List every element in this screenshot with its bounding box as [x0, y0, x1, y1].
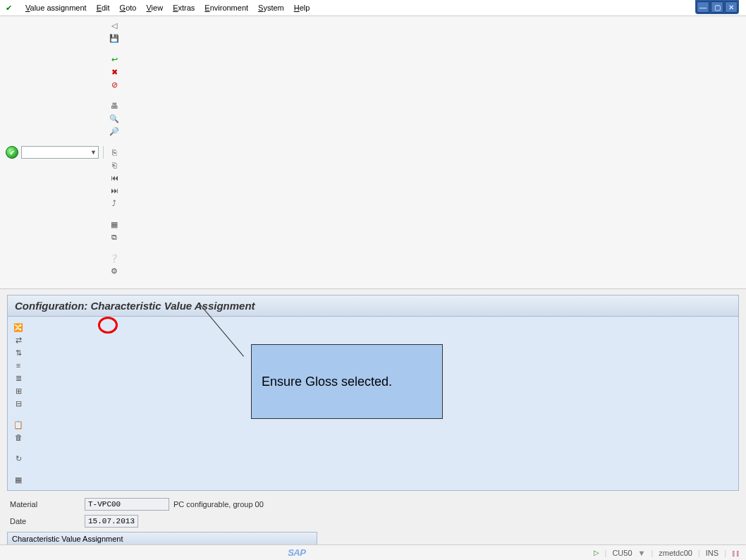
toolbar-btn-2-1[interactable]: 🔍 — [108, 112, 121, 125]
app-toolbar-btn-0-5[interactable]: ⊞ — [12, 384, 25, 397]
toolbar-btn-5-1[interactable]: ⚙ — [108, 264, 121, 277]
material-label: Material — [10, 500, 80, 509]
menu-help[interactable]: Help — [294, 4, 310, 12]
app-toolbar-btn-0-6[interactable]: ⊟ — [12, 397, 25, 410]
callout-text: Ensure Gloss selected. — [262, 375, 392, 389]
enter-button[interactable]: ✔ — [6, 146, 18, 159]
transaction-combo[interactable]: ▼ — [21, 146, 99, 159]
toolbar-btn-2-2[interactable]: 🔎 — [108, 125, 121, 138]
status-mode: INS — [706, 549, 719, 557]
toolbar-btn-3-1[interactable]: ⎗ — [108, 159, 121, 171]
toolbar-btn-3-4[interactable]: ⤴ — [108, 197, 121, 209]
app-icon: ✔ — [6, 3, 16, 13]
material-description: PC configurable, group 00 — [173, 500, 736, 509]
app-toolbar-btn-0-3[interactable]: ≡ — [12, 359, 25, 372]
menu-environment[interactable]: Environment — [204, 4, 248, 12]
app-toolbar-btn-0-0[interactable]: 🔀 — [12, 321, 25, 334]
menu-system[interactable]: System — [258, 4, 284, 12]
status-bar: SAP ▷ | CU50 ▼ | zmetdc00 | INS | ⫿⫿ — [0, 544, 746, 560]
window-controls: — ▢ ✕ — [695, 0, 739, 14]
menu-view[interactable]: View — [146, 4, 163, 12]
menu-edit[interactable]: Edit — [97, 4, 110, 12]
header-fields: Material T-VPC00 PC configurable, group … — [7, 491, 739, 532]
menu-bar: ✔ Value assignmentEditGotoViewExtrasEnvi… — [0, 0, 746, 16]
page-title: Configuration: Characteristic Value Assi… — [7, 295, 739, 317]
status-chart-icon[interactable]: ⫿⫿ — [732, 549, 740, 557]
standard-toolbar: ✔ ▼ ◁💾↩✖⊘🖶🔍🔎⎘⎗⏮⏭⤴▦⧉❔⚙ — [0, 16, 746, 289]
toolbar-btn-4-0[interactable]: ▦ — [108, 218, 121, 231]
app-toolbar-btn-0-4[interactable]: ≣ — [12, 372, 25, 384]
toolbar-btn-5-0[interactable]: ❔ — [108, 252, 121, 264]
sap-logo: SAP — [288, 547, 305, 558]
menu-extras[interactable]: Extras — [173, 4, 195, 12]
annotation-callout: Ensure Gloss selected. — [251, 344, 443, 419]
app-toolbar-btn-2-0[interactable]: ↻ — [12, 452, 25, 465]
menu-value-assignment[interactable]: Value assignment — [25, 4, 87, 12]
toolbar-btn-0-0[interactable]: ◁ — [108, 19, 121, 32]
toolbar-btn-1-0[interactable]: ↩ — [108, 53, 121, 66]
status-server: zmetdc00 — [659, 549, 692, 557]
date-label: Date — [10, 517, 80, 525]
separator — [103, 146, 104, 159]
status-tcode: CU50 — [612, 549, 632, 557]
toolbar-btn-2-0[interactable]: 🖶 — [108, 99, 121, 112]
app-toolbar-btn-3-0[interactable]: ▦ — [12, 473, 25, 486]
maximize-button[interactable]: ▢ — [711, 1, 723, 13]
toolbar-btn-1-2[interactable]: ⊘ — [108, 78, 121, 91]
app-toolbar-btn-0-2[interactable]: ⇅ — [12, 346, 25, 359]
date-field[interactable]: 15.07.2013 — [85, 515, 138, 528]
nav-indicator-icon[interactable]: ▷ — [594, 549, 599, 556]
app-toolbar-btn-1-0[interactable]: 📋 — [12, 418, 25, 431]
minimize-button[interactable]: — — [697, 1, 709, 13]
app-toolbar-btn-0-1[interactable]: ⇄ — [12, 334, 25, 346]
menu-goto[interactable]: Goto — [120, 4, 137, 12]
annotation-circle — [98, 317, 118, 334]
toolbar-btn-4-1[interactable]: ⧉ — [108, 231, 121, 243]
close-window-button[interactable]: ✕ — [725, 1, 738, 13]
toolbar-btn-1-1[interactable]: ✖ — [108, 66, 121, 78]
toolbar-btn-3-3[interactable]: ⏭ — [108, 184, 121, 197]
toolbar-btn-3-2[interactable]: ⏮ — [108, 171, 121, 184]
toolbar-btn-0-1[interactable]: 💾 — [108, 32, 121, 44]
app-toolbar-btn-1-1[interactable]: 🗑 — [12, 431, 25, 444]
toolbar-btn-3-0[interactable]: ⎘ — [108, 146, 121, 159]
material-field[interactable]: T-VPC00 — [85, 498, 169, 511]
